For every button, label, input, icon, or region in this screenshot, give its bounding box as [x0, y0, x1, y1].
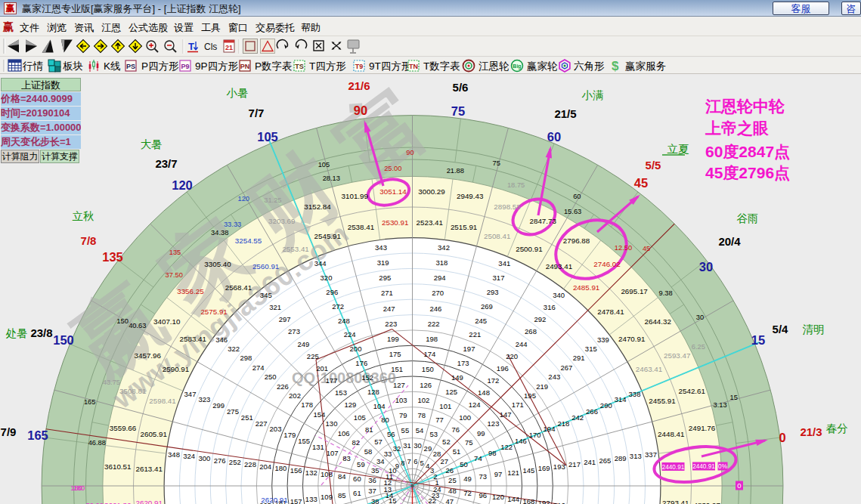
svg-text:2523.41: 2523.41: [417, 218, 443, 227]
svg-text:2620.91: 2620.91: [261, 496, 287, 504]
svg-text:9T四方形: 9T四方形: [369, 60, 412, 72]
svg-text:24: 24: [433, 485, 441, 493]
svg-text:84: 84: [338, 472, 346, 481]
svg-text:3203.69: 3203.69: [268, 217, 295, 225]
svg-text:149: 149: [451, 373, 463, 382]
svg-text:153: 153: [335, 388, 347, 397]
svg-text:0%: 0%: [718, 463, 727, 470]
svg-text:129: 129: [344, 400, 356, 409]
svg-text:2470.91: 2470.91: [618, 335, 645, 343]
svg-text:72: 72: [463, 489, 472, 497]
svg-text:251: 251: [241, 413, 253, 422]
svg-text:谷雨: 谷雨: [737, 212, 759, 224]
svg-text:225: 225: [307, 352, 319, 360]
svg-text:36: 36: [368, 476, 376, 484]
svg-text:173: 173: [457, 359, 469, 367]
svg-text:196: 196: [497, 364, 509, 373]
svg-text:2500.91: 2500.91: [516, 245, 542, 253]
svg-text:9P四方形: 9P四方形: [195, 60, 239, 72]
svg-text:169: 169: [538, 464, 550, 472]
svg-text:273: 273: [288, 327, 300, 335]
svg-text:176: 176: [355, 359, 367, 367]
svg-text:266: 266: [586, 407, 598, 416]
svg-text:316: 316: [544, 303, 556, 311]
svg-text:250: 250: [265, 373, 277, 381]
svg-text:90: 90: [354, 104, 367, 117]
svg-text:224: 224: [344, 330, 356, 339]
svg-text:199: 199: [387, 335, 399, 343]
svg-text:346: 346: [215, 335, 228, 344]
svg-text:202: 202: [289, 391, 301, 400]
svg-text:18.75: 18.75: [507, 181, 525, 189]
svg-text:38: 38: [371, 497, 379, 504]
svg-text:2463.41: 2463.41: [636, 365, 662, 373]
svg-text:$: $: [612, 59, 619, 73]
svg-text:245: 245: [475, 317, 487, 325]
svg-text:大暑: 大暑: [141, 138, 163, 150]
svg-text:37: 37: [368, 487, 376, 495]
svg-text:2448.41: 2448.41: [658, 430, 684, 438]
svg-text:178: 178: [301, 400, 313, 409]
svg-text:174: 174: [423, 350, 435, 358]
svg-text:297: 297: [279, 315, 291, 323]
svg-text:194: 194: [544, 425, 556, 433]
svg-text:2493.41: 2493.41: [546, 262, 572, 271]
svg-text:82: 82: [352, 438, 361, 447]
svg-text:45度2796点: 45度2796点: [705, 164, 790, 182]
svg-text:TN: TN: [409, 63, 418, 70]
svg-text:83: 83: [342, 454, 351, 462]
svg-text:7/8: 7/8: [81, 234, 97, 247]
svg-text:60: 60: [573, 193, 581, 200]
svg-text:2515.91: 2515.91: [451, 223, 477, 231]
svg-text:小暑: 小暑: [227, 87, 249, 99]
svg-text:168: 168: [522, 497, 534, 504]
svg-text:103: 103: [395, 396, 407, 404]
svg-text:3457.96: 3457.96: [135, 351, 162, 360]
svg-text:43.75: 43.75: [103, 379, 120, 386]
svg-text:272: 272: [332, 302, 344, 311]
svg-text:195: 195: [524, 391, 536, 400]
svg-text:2590.91: 2590.91: [163, 365, 189, 373]
svg-text:K线: K线: [104, 60, 121, 72]
svg-text:120: 120: [238, 195, 250, 203]
svg-text:127: 127: [393, 381, 405, 389]
svg-text:268: 268: [525, 327, 537, 335]
svg-text:300: 300: [198, 454, 210, 462]
svg-text:5: 5: [420, 459, 423, 467]
svg-text:248: 248: [338, 317, 350, 325]
svg-text:338: 338: [629, 390, 641, 398]
svg-text:74: 74: [474, 454, 482, 462]
svg-text:3101.99: 3101.99: [342, 192, 368, 200]
svg-text:197: 197: [463, 345, 475, 353]
svg-text:15: 15: [730, 394, 738, 401]
svg-text:T: T: [188, 41, 194, 52]
svg-text:53: 53: [429, 430, 438, 438]
svg-text:293: 293: [487, 288, 499, 296]
svg-text:275: 275: [227, 407, 239, 416]
svg-text:317: 317: [493, 274, 505, 282]
svg-text:318: 318: [435, 258, 448, 267]
svg-text:144: 144: [507, 495, 519, 503]
svg-text:清明: 清明: [803, 323, 825, 335]
svg-text:171: 171: [512, 400, 524, 409]
svg-text:2568.41: 2568.41: [225, 283, 252, 292]
svg-text:12.50: 12.50: [615, 244, 632, 252]
svg-text:3051.14: 3051.14: [379, 187, 407, 196]
svg-text:30: 30: [699, 260, 713, 274]
svg-text:203: 203: [270, 425, 282, 433]
svg-text:271: 271: [381, 289, 393, 297]
svg-text:151: 151: [391, 365, 403, 373]
svg-text:3254.55: 3254.55: [235, 237, 262, 245]
svg-text:37.50: 37.50: [166, 271, 183, 279]
svg-text:4830.97: 4830.97: [693, 501, 720, 504]
svg-text:247: 247: [383, 305, 395, 313]
svg-text:298: 298: [240, 354, 252, 362]
svg-text:295: 295: [379, 274, 391, 282]
svg-text:322: 322: [228, 345, 240, 353]
svg-text:61: 61: [353, 489, 361, 497]
svg-text:135: 135: [169, 249, 181, 256]
svg-text:348: 348: [168, 450, 180, 459]
svg-text:上帝之眼: 上帝之眼: [705, 119, 769, 137]
svg-text:21: 21: [225, 44, 233, 51]
svg-text:2949.43: 2949.43: [457, 192, 484, 200]
